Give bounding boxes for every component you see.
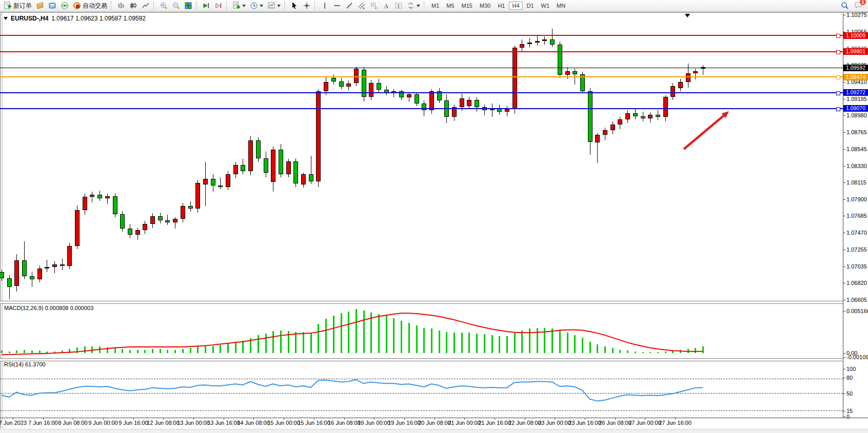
- macd-histogram-bar: [197, 346, 199, 353]
- candle-bearish: [309, 174, 313, 181]
- templates-button[interactable]: [265, 0, 283, 11]
- vertical-line-tool[interactable]: [319, 0, 331, 11]
- price-level-line[interactable]: [0, 76, 843, 77]
- macd-histogram-bar: [99, 346, 101, 353]
- toolbar-separator: [226, 2, 229, 10]
- macd-histogram-bar: [393, 318, 394, 353]
- macd-histogram-bar: [160, 349, 161, 353]
- search-icon[interactable]: [841, 2, 849, 10]
- candle-wick: [92, 192, 92, 202]
- ohlc-values: 1.09617 1.09623 1.09587 1.09592: [51, 15, 146, 22]
- tab-timeframe-H1[interactable]: H1: [495, 2, 508, 10]
- vertical-line-icon: [321, 2, 329, 10]
- macd-histogram-bar: [439, 331, 440, 353]
- time-axis-label: 23 Jun 00:00: [538, 420, 571, 426]
- bar-chart-button[interactable]: [115, 0, 127, 11]
- crosshair-button[interactable]: [301, 0, 313, 11]
- fibonacci-tool[interactable]: F: [368, 0, 380, 11]
- auto-trading-button[interactable]: 自动交易: [71, 0, 109, 11]
- line-handle[interactable]: [836, 34, 840, 38]
- candle-bullish: [173, 219, 177, 223]
- tab-timeframe-W1[interactable]: W1: [538, 2, 553, 10]
- symbol-period-label: EURUSD-,H4: [11, 15, 48, 22]
- time-axis-label: 15 Jun 16:00: [298, 420, 330, 426]
- pane-splitter[interactable]: [0, 301, 843, 304]
- tab-timeframe-M1[interactable]: M1: [428, 2, 442, 10]
- zoom-out-button[interactable]: [170, 0, 182, 11]
- candle-bullish: [610, 125, 615, 130]
- terminal-icon: [48, 2, 56, 10]
- tab-timeframe-M30[interactable]: M30: [477, 2, 494, 10]
- text-label-tool[interactable]: T: [392, 0, 405, 11]
- line-handle[interactable]: [836, 50, 840, 54]
- price-level-line[interactable]: [0, 92, 843, 93]
- chart-header: EURUSD-,H4 1.09617 1.09623 1.09587 1.095…: [4, 15, 146, 22]
- auto-scroll-button[interactable]: [200, 0, 212, 11]
- arrows-tool[interactable]: [405, 0, 422, 11]
- window-bottom-strip: [0, 429, 868, 433]
- macd-histogram-bar: [303, 332, 304, 353]
- candle-bullish: [625, 113, 630, 119]
- price-line-badge: 1.09070: [843, 105, 868, 112]
- crosshair-icon: [303, 2, 311, 10]
- candle-bearish: [218, 185, 223, 187]
- toolbar: 新订单 自动交易: [0, 0, 868, 12]
- arrow-objects-icon: [407, 2, 415, 10]
- market-watch-button[interactable]: [34, 0, 46, 11]
- candle-bearish: [641, 116, 645, 119]
- terminal-button[interactable]: [46, 0, 58, 11]
- indicators-button[interactable]: [230, 0, 248, 11]
- tab-timeframe-M5[interactable]: M5: [443, 2, 457, 10]
- chart-shift-marker[interactable]: [685, 14, 690, 17]
- line-chart-button[interactable]: [140, 0, 152, 11]
- candle-bullish: [316, 91, 321, 181]
- candle-wick: [32, 272, 32, 287]
- macd-histogram-bar: [250, 338, 251, 353]
- tab-timeframe-MN[interactable]: MN: [554, 2, 568, 10]
- periods-button[interactable]: [248, 0, 265, 11]
- candle-bearish: [241, 165, 245, 171]
- window-left-edge: [0, 13, 3, 428]
- line-handle[interactable]: [836, 91, 840, 95]
- equidistant-channel-tool[interactable]: E: [356, 0, 368, 11]
- trendline-tool[interactable]: [343, 0, 356, 11]
- line-handle[interactable]: [836, 75, 840, 79]
- candle-bearish: [256, 140, 261, 158]
- candle-bearish: [264, 158, 268, 173]
- candle-wick: [107, 194, 108, 204]
- new-order-button[interactable]: 新订单: [2, 0, 34, 11]
- pane-splitter[interactable]: [0, 358, 843, 361]
- text-tool[interactable]: A: [380, 0, 392, 11]
- tab-timeframe-D1[interactable]: D1: [524, 2, 537, 10]
- tab-timeframe-H4[interactable]: H4: [509, 2, 522, 10]
- macd-histogram-bar: [9, 352, 10, 353]
- macd-histogram-bar: [559, 331, 561, 353]
- tab-timeframe-M15[interactable]: M15: [459, 2, 476, 10]
- price-level-line[interactable]: [0, 35, 843, 36]
- zoom-in-button[interactable]: [157, 0, 170, 11]
- line-handle[interactable]: [836, 107, 840, 111]
- current-price-line[interactable]: [0, 68, 843, 68]
- macd-histogram-bar: [461, 333, 463, 353]
- chart-shift-button[interactable]: [212, 0, 225, 11]
- signals-button[interactable]: [58, 0, 71, 11]
- price-level-line[interactable]: [0, 51, 843, 52]
- notifications-button[interactable]: 1: [854, 1, 862, 11]
- price-level-line[interactable]: [0, 108, 843, 109]
- tile-windows-button[interactable]: [182, 0, 194, 11]
- cursor-button[interactable]: [288, 0, 301, 11]
- macd-histogram-bar: [627, 350, 628, 353]
- annotation-arrow-shaft[interactable]: [684, 114, 725, 149]
- time-axis-label: 23 Jun 16:00: [568, 420, 601, 426]
- horizontal-line-tool[interactable]: [331, 0, 343, 11]
- candle-bearish: [573, 71, 577, 74]
- candle-bullish: [324, 82, 328, 91]
- time-axis-label: 20 Jun 08:00: [418, 420, 451, 426]
- candlestick-chart-button[interactable]: [127, 0, 140, 11]
- price-line-badge: 1.09592: [843, 65, 868, 71]
- macd-histogram-bar: [378, 314, 380, 353]
- annotation-arrow-head[interactable]: [722, 111, 729, 118]
- candle-bearish: [293, 161, 298, 184]
- symbol-collapse-icon[interactable]: [4, 17, 8, 20]
- candle-bullish: [233, 165, 238, 174]
